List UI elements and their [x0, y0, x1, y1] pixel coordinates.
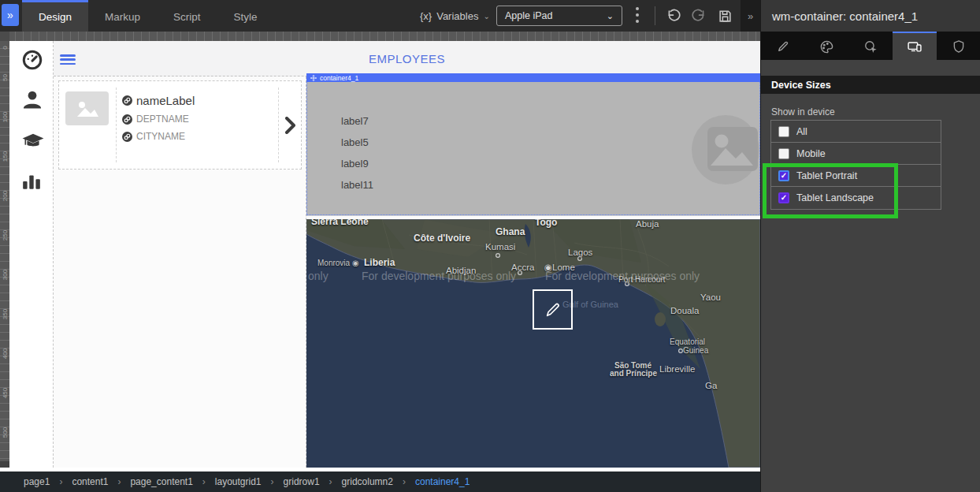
- tab-script[interactable]: Script: [157, 0, 217, 32]
- selected-widget-tag[interactable]: container4_1: [306, 73, 760, 82]
- breadcrumb-item[interactable]: gridcolumn2: [342, 476, 393, 487]
- education-icon[interactable]: [21, 130, 43, 152]
- highlight-annotation: [763, 163, 898, 218]
- binding-icon: [122, 114, 132, 125]
- breadcrumb-separator-icon: ›: [117, 476, 121, 487]
- undo-icon: [665, 8, 681, 24]
- city-label: CITYNAME: [136, 131, 185, 142]
- breadcrumb-item[interactable]: gridrow1: [284, 476, 320, 487]
- app-header: EMPLOYEES: [54, 41, 760, 76]
- properties-panel: wm-container: container4_1: [760, 0, 980, 492]
- chevron-right-icon: [278, 88, 302, 162]
- dept-label: DEPTNAME: [136, 114, 189, 125]
- binding-icon: [122, 95, 132, 106]
- tab-properties[interactable]: [761, 32, 805, 60]
- chevron-down-icon: ⌄: [483, 12, 489, 20]
- tab-security[interactable]: [937, 32, 980, 60]
- horizontal-ruler: [0, 32, 760, 41]
- design-canvas: EMPLOYEES nameLabel: [9, 41, 760, 472]
- label9-widget[interactable]: label9: [341, 158, 369, 170]
- map-label: Ghana: [496, 226, 525, 237]
- map-label: Kumasi: [485, 242, 515, 252]
- device-sizes-section-header: Device Sizes: [761, 76, 980, 94]
- chevron-down-icon: ⌄: [607, 11, 614, 21]
- map-label: Libreville: [659, 364, 695, 374]
- undo-button[interactable]: [663, 6, 682, 25]
- breadcrumb-separator-icon: ›: [202, 476, 206, 487]
- dev-watermark: only: [308, 270, 329, 282]
- checkbox-mobile[interactable]: [778, 148, 789, 159]
- map-label: Ga: [705, 381, 717, 390]
- map-label: Yaou: [700, 293, 721, 302]
- label5-widget[interactable]: label5: [341, 136, 369, 148]
- grid-column-1: nameLabel DEPTNAME: [54, 76, 306, 468]
- vertical-ruler: 0 50 100 150 200 250 300 350 400 450 500: [0, 41, 9, 461]
- tab-design[interactable]: Design: [22, 0, 88, 32]
- list-item-template[interactable]: nameLabel DEPTNAME: [58, 80, 302, 170]
- redo-button[interactable]: [690, 6, 709, 25]
- map-widget[interactable]: Sierra Leone Côte d'Ivoire Ghana Togo Li…: [306, 219, 760, 468]
- dev-watermark: For development purposes only: [545, 270, 700, 282]
- breadcrumb-separator-icon: ›: [271, 476, 274, 487]
- expand-left-panel-button[interactable]: »: [2, 4, 19, 26]
- map-label: Togo: [535, 219, 557, 228]
- variables-menu[interactable]: {x} Variables ⌄: [420, 0, 490, 32]
- show-in-device-label: Show in device: [771, 106, 835, 117]
- breadcrumb-item-active[interactable]: container4_1: [415, 476, 470, 487]
- selected-widget-title: wm-container: container4_1: [761, 0, 980, 32]
- breadcrumb-separator-icon: ›: [329, 476, 332, 487]
- map-label: Guinea: [683, 346, 708, 355]
- map-label: and Príncipe: [610, 369, 657, 378]
- map-label: Côte d'Ivoire: [414, 233, 470, 244]
- shield-icon: [952, 39, 966, 54]
- more-options-icon[interactable]: [636, 7, 639, 23]
- map-label: Sierra Leone: [311, 219, 369, 227]
- breadcrumb-separator-icon: ›: [59, 476, 62, 487]
- collapse-right-panel-button[interactable]: »: [741, 0, 760, 32]
- dev-watermark: For development purposes only: [362, 270, 516, 282]
- interaction-icon: [863, 39, 878, 54]
- binding-icon: [122, 132, 132, 142]
- pencil-icon: [544, 301, 562, 319]
- tab-markup[interactable]: Markup: [88, 0, 157, 32]
- map-edit-button[interactable]: [533, 289, 573, 330]
- map-label: Douala: [670, 306, 699, 315]
- tab-style[interactable]: Style: [217, 0, 274, 32]
- devices-icon: [907, 39, 922, 54]
- breadcrumb-item[interactable]: content1: [72, 476, 108, 487]
- save-button[interactable]: [715, 6, 734, 25]
- palette-icon: [819, 39, 834, 54]
- device-row-mobile[interactable]: Mobile: [771, 143, 941, 165]
- checkbox-all[interactable]: [778, 126, 789, 137]
- dashboard-icon[interactable]: [21, 49, 43, 71]
- map-label: Monrovia ◉: [317, 259, 359, 267]
- map-label: Liberia: [364, 257, 395, 268]
- tab-styles[interactable]: [805, 32, 849, 60]
- variables-icon: {x}: [420, 10, 432, 22]
- widget-breadcrumb: page1 › content1 › page_content1 › layou…: [0, 472, 760, 492]
- device-row-all[interactable]: All: [771, 121, 941, 143]
- tab-devices[interactable]: [893, 32, 937, 60]
- device-preview-select[interactable]: Apple iPad ⌄: [496, 6, 622, 26]
- image-placeholder-icon: [65, 91, 109, 125]
- container4_1-widget[interactable]: label7 label5 label9 label11: [306, 82, 760, 215]
- name-label: nameLabel: [136, 94, 195, 107]
- employees-icon[interactable]: [21, 89, 43, 111]
- map-label: Lagos: [568, 248, 592, 257]
- label11-widget[interactable]: label11: [341, 179, 373, 191]
- pencil-icon: [776, 39, 790, 54]
- breadcrumb-item[interactable]: layoutgrid1: [215, 476, 262, 487]
- page-title: EMPLOYEES: [54, 52, 760, 65]
- editor-tabs: Design Markup Script Style: [22, 0, 274, 32]
- breadcrumb-item[interactable]: page1: [24, 476, 50, 487]
- tab-events[interactable]: [849, 32, 893, 60]
- top-toolbar: » Design Markup Script Style {x} Variabl…: [0, 0, 760, 32]
- reports-icon[interactable]: [21, 170, 43, 192]
- save-icon: [718, 9, 733, 24]
- map-label: Abuja: [636, 219, 659, 229]
- map-label: Equatorial: [670, 337, 705, 346]
- label7-widget[interactable]: label7: [341, 115, 369, 127]
- list-item-fields: nameLabel DEPTNAME: [116, 88, 278, 162]
- breadcrumb-item[interactable]: page_content1: [130, 476, 192, 487]
- inspector-tabs: [761, 32, 980, 60]
